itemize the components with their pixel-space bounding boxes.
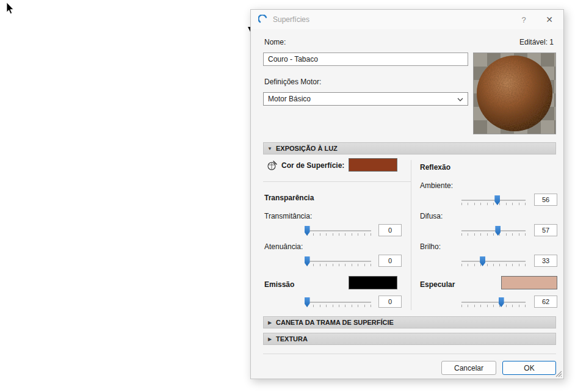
engine-select-value: Motor Básico xyxy=(268,95,311,103)
mouse-cursor-icon xyxy=(6,2,15,15)
specular-value[interactable]: 62 xyxy=(534,296,557,308)
attenuation-value[interactable]: 0 xyxy=(378,255,402,267)
slider-ticks xyxy=(461,203,526,205)
close-button[interactable]: ✕ xyxy=(539,10,560,29)
ambient-label: Ambiente: xyxy=(420,181,453,190)
slider-ticks xyxy=(461,233,526,236)
attenuation-slider[interactable] xyxy=(307,256,371,269)
material-preview xyxy=(473,53,556,134)
slider-track[interactable] xyxy=(307,302,371,303)
section-light-exposure[interactable]: ▼ EXPOSIÇÃO À LUZ xyxy=(263,142,556,154)
emission-label: Emissão xyxy=(264,280,294,289)
section-expand-icon: ▶ xyxy=(264,336,276,342)
surfaces-dialog-icon xyxy=(258,15,268,24)
column-divider xyxy=(411,160,411,310)
section-expand-icon: ▶ xyxy=(264,320,276,325)
emission-value[interactable]: 0 xyxy=(378,296,402,308)
slider-ticks xyxy=(461,264,526,266)
shine-value[interactable]: 33 xyxy=(534,255,557,267)
cancel-button[interactable]: Cancelar xyxy=(441,361,496,375)
section-collapse-icon: ▼ xyxy=(264,146,276,151)
reflection-title: Reflexão xyxy=(420,163,450,172)
slider-ticks xyxy=(461,305,526,307)
slider-track[interactable] xyxy=(461,302,526,303)
section-surface-pen-label: CANETA DA TRAMA DE SUPERFÍCIE xyxy=(276,319,394,326)
section-texture[interactable]: ▶ TEXTURA xyxy=(263,333,556,345)
dialog-title: Superfícies xyxy=(273,15,309,24)
section-light-exposure-label: EXPOSIÇÃO À LUZ xyxy=(276,145,338,152)
resize-grip[interactable] xyxy=(555,371,562,377)
slider-ticks xyxy=(307,264,371,266)
surface-color-label: Cor de Superfície: xyxy=(281,161,344,170)
engine-settings-label: Definições Motor: xyxy=(264,78,321,86)
ambient-value[interactable]: 56 xyxy=(534,194,557,206)
section-texture-label: TEXTURA xyxy=(276,335,308,343)
ok-button[interactable]: OK xyxy=(502,361,556,375)
diffuse-label: Difusa: xyxy=(420,212,443,220)
slider-ticks xyxy=(307,305,371,307)
shine-slider[interactable] xyxy=(461,256,526,269)
transmittance-slider[interactable] xyxy=(307,226,371,238)
engine-select[interactable]: Motor Básico xyxy=(263,92,468,106)
name-label: Nome: xyxy=(264,38,286,46)
editable-count-label: Editável: 1 xyxy=(519,38,554,46)
slider-ticks xyxy=(307,233,371,236)
chevron-down-icon xyxy=(457,97,463,102)
specular-color-swatch[interactable] xyxy=(501,276,557,289)
slider-track[interactable] xyxy=(461,230,526,231)
surface-color-picker-icon xyxy=(267,160,278,171)
attenuation-label: Atenuância: xyxy=(264,242,303,251)
diffuse-slider[interactable] xyxy=(461,226,526,238)
slider-track[interactable] xyxy=(461,261,526,262)
dialog-titlebar[interactable]: Superfícies ? ✕ xyxy=(251,10,563,29)
slider-track[interactable] xyxy=(461,200,526,201)
specular-slider[interactable] xyxy=(461,297,526,310)
transmittance-value[interactable]: 0 xyxy=(378,224,402,236)
ambient-slider[interactable] xyxy=(461,195,526,208)
slider-track[interactable] xyxy=(307,261,371,262)
shine-label: Brilho: xyxy=(420,242,441,251)
specular-label: Especular xyxy=(420,280,455,289)
surfaces-dialog: Superfícies ? ✕ Nome: Editável: 1 Couro … xyxy=(250,9,564,379)
footer-divider xyxy=(263,354,556,354)
diffuse-value[interactable]: 57 xyxy=(534,224,557,236)
transmittance-label: Transmitância: xyxy=(264,212,312,220)
slider-track[interactable] xyxy=(307,230,371,231)
help-button[interactable]: ? xyxy=(515,10,533,29)
surface-color-swatch[interactable] xyxy=(349,158,397,172)
emission-color-swatch[interactable] xyxy=(349,276,397,289)
transparency-title: Transparência xyxy=(264,194,314,202)
emission-slider[interactable] xyxy=(307,297,371,310)
surface-name-input[interactable]: Couro - Tabaco xyxy=(263,53,468,66)
section-surface-pen[interactable]: ▶ CANETA DA TRAMA DE SUPERFÍCIE xyxy=(263,316,556,328)
color-row-divider xyxy=(263,181,411,182)
